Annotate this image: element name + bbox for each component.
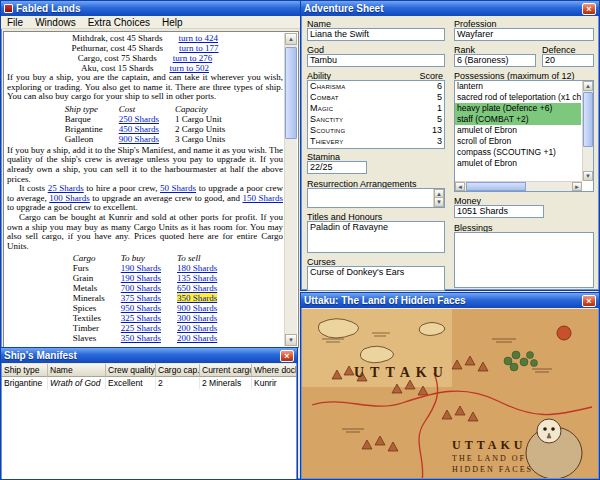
list-item[interactable]: scroll of Ebron	[455, 136, 581, 147]
scroll-down-icon[interactable]: ▼	[434, 197, 444, 207]
sell-cargo-link[interactable]: 180 Shards	[177, 263, 217, 273]
resurrection-scrollbar[interactable]: ▲ ▼	[433, 189, 444, 207]
col-header[interactable]: Where docked	[252, 364, 296, 377]
menu-extra-choices[interactable]: Extra Choices	[82, 17, 156, 28]
possessions-list[interactable]: lantern sacred rod of teleportation (x1 …	[454, 80, 594, 192]
scroll-thumb[interactable]	[285, 47, 297, 139]
table-row: Barque 250 Shards 1 Cargo Unit	[57, 114, 234, 124]
crew-cost-link[interactable]: 100 Shards	[49, 193, 90, 203]
list-item[interactable]: sacred rod of teleportation (x1 charges	[455, 92, 581, 103]
profession-field[interactable]: Wayfarer	[454, 28, 594, 41]
buy-cargo-link[interactable]: 375 Shards	[121, 293, 161, 303]
god-field[interactable]: Tambu	[307, 54, 445, 67]
scroll-up-icon[interactable]: ▲	[583, 81, 593, 91]
text: to hire a poor crew,	[84, 183, 160, 193]
rank-field[interactable]: 6 (Baroness)	[454, 54, 536, 67]
money-field[interactable]: 1051 Shards	[454, 205, 544, 218]
map-window-title: Uttaku: The Land of Hidden Faces	[304, 295, 579, 306]
defence-field[interactable]: 20	[542, 54, 594, 67]
curses-box[interactable]: Curse of Donkey's Ears	[307, 266, 445, 291]
turn-link[interactable]: turn to 424	[179, 33, 219, 43]
scroll-down-icon[interactable]: ▼	[583, 171, 593, 181]
list-item[interactable]: compass (SCOUTING +1)	[455, 147, 581, 158]
buy-cargo-link[interactable]: 190 Shards	[121, 263, 161, 273]
scroll-left-icon[interactable]: ◄	[455, 182, 465, 191]
turn-link[interactable]: turn to 276	[173, 53, 213, 63]
ability-row: Charisma6	[308, 81, 444, 92]
name-field[interactable]: Liana the Swift	[307, 28, 445, 41]
buy-cargo-link[interactable]: 190 Shards	[121, 273, 161, 283]
crew-cost-link[interactable]: 25 Shards	[48, 183, 84, 193]
scroll-thumb[interactable]	[466, 182, 526, 191]
buy-cargo-link[interactable]: 700 Shards	[121, 283, 161, 293]
close-icon[interactable]: ×	[582, 3, 596, 15]
offer-text: Mithdrak, cost 45 Shards	[72, 33, 163, 43]
blessings-box[interactable]	[454, 232, 594, 288]
map-titlebar[interactable]: Uttaku: The Land of Hidden Faces ×	[301, 293, 599, 308]
table-row[interactable]: Brigantine Wrath of God Excellent 2 2 Mi…	[2, 377, 296, 389]
resurrection-box[interactable]: ▲ ▼	[307, 188, 445, 208]
map-window: Uttaku: The Land of Hidden Faces ×	[300, 292, 600, 480]
buy-cargo-link[interactable]: 325 Shards	[121, 313, 161, 323]
cargo-name: Slaves	[65, 333, 113, 343]
map-viewport[interactable]: UTTAKU UTTAKU THE LAND OF HIDDEN FACES	[302, 309, 598, 478]
table-row: Brigantine 450 Shards 2 Cargo Units	[57, 124, 234, 134]
turn-link[interactable]: turn to 177	[179, 43, 219, 53]
scroll-thumb[interactable]	[583, 92, 593, 147]
title-entry: Paladin of Ravayne	[310, 222, 388, 232]
close-icon[interactable]: ×	[582, 295, 596, 307]
ship-capacity: 1 Cargo Unit	[167, 114, 233, 124]
buy-cargo-link[interactable]: 225 Shards	[121, 323, 161, 333]
sell-cargo-link[interactable]: 900 Shards	[177, 303, 217, 313]
sell-cargo-link[interactable]: 200 Shards	[177, 323, 217, 333]
paragraph-cargo: Cargo can be bought at Kunrir and sold a…	[7, 213, 283, 251]
crew-cost-link[interactable]: 50 Shards	[160, 183, 196, 193]
list-item[interactable]: lantern	[455, 81, 581, 92]
stamina-field[interactable]: 22/25	[307, 161, 367, 174]
col-header[interactable]: Ship type	[2, 364, 48, 377]
buy-ship-link[interactable]: 250 Shards	[119, 114, 159, 124]
list-item[interactable]: amulet of Ebron	[455, 125, 581, 136]
list-item-selected[interactable]: heavy plate (Defence +6)	[455, 103, 581, 114]
scroll-right-icon[interactable]: ►	[572, 182, 582, 191]
menu-file[interactable]: File	[1, 17, 29, 28]
sell-cargo-link[interactable]: 300 Shards	[177, 313, 217, 323]
sell-cargo-link[interactable]: 200 Shards	[177, 333, 217, 343]
sell-cargo-link[interactable]: 650 Shards	[177, 283, 217, 293]
text: to upgrade an average crew to good, and	[90, 193, 243, 203]
table-row: Furs 190 Shards 180 Shards	[65, 263, 226, 273]
col-header[interactable]: Crew quality	[106, 364, 156, 377]
story-scrollbar[interactable]: ▲ ▼	[284, 33, 297, 346]
buy-ship-link[interactable]: 900 Shards	[119, 134, 159, 144]
menu-help[interactable]: Help	[156, 17, 189, 28]
menu-windows[interactable]: Windows	[29, 17, 82, 28]
ability-score: 5	[437, 114, 442, 125]
titles-box[interactable]: Paladin of Ravayne	[307, 221, 445, 253]
ship-type: Barque	[57, 114, 111, 124]
curse-entry: Curse of Donkey's Ears	[310, 267, 404, 277]
ability-name: Thievery	[310, 136, 343, 147]
cargo-name: Furs	[65, 263, 113, 273]
ship-capacity: 2 Cargo Units	[167, 124, 233, 134]
buy-cargo-link[interactable]: 950 Shards	[121, 303, 161, 313]
possessions-hscrollbar[interactable]: ◄ ►	[455, 181, 582, 191]
possessions-scrollbar[interactable]: ▲ ▼	[582, 81, 593, 181]
offer-text: Pethurnar, cost 45 Shards	[71, 43, 163, 53]
manifest-titlebar[interactable]: Ship's Manifest ×	[1, 348, 297, 363]
scroll-down-icon[interactable]: ▼	[285, 334, 297, 346]
col-header[interactable]: Current cargo	[200, 364, 252, 377]
table-row: Metals 700 Shards 650 Shards	[65, 283, 226, 293]
sell-cargo-link[interactable]: 135 Shards	[177, 273, 217, 283]
buy-cargo-link[interactable]: 350 Shards	[121, 333, 161, 343]
col-header[interactable]: Name	[48, 364, 106, 377]
ability-row: Magic1	[308, 103, 444, 114]
list-item[interactable]: amulet of Ebron	[455, 158, 581, 169]
sell-cargo-link-highlighted[interactable]: 350 Shards	[177, 293, 217, 303]
scroll-up-icon[interactable]: ▲	[285, 33, 297, 45]
col-header[interactable]: Cargo cap.	[156, 364, 200, 377]
adventure-titlebar[interactable]: Adventure Sheet ×	[301, 1, 599, 16]
list-item-selected[interactable]: staff (COMBAT +2)	[455, 114, 581, 125]
close-icon[interactable]: ×	[280, 350, 294, 362]
crew-cost-link[interactable]: 150 Shards	[243, 193, 284, 203]
buy-ship-link[interactable]: 450 Shards	[119, 124, 159, 134]
